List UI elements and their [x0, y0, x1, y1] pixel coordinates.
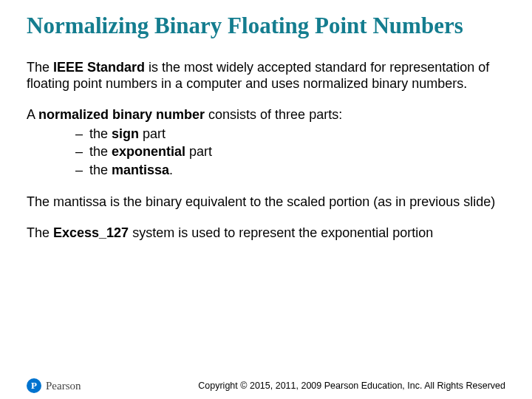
paragraph-parts-intro: A normalized binary number consists of t… — [27, 107, 505, 123]
text: The — [27, 60, 53, 75]
text: . — [169, 163, 173, 177]
slide-title: Normalizing Binary Floating Point Number… — [27, 13, 505, 39]
text: the — [89, 126, 112, 141]
term-mantissa: mantissa — [112, 163, 169, 177]
footer: P Pearson Copyright © 2015, 2011, 2009 P… — [27, 378, 505, 393]
bullet-dash-icon: – — [75, 143, 86, 161]
text: part — [139, 126, 166, 141]
list-item: – the exponential part — [75, 143, 505, 161]
parts-list: – the sign part – the exponential part –… — [75, 125, 505, 180]
term-normalized-binary-number: normalized binary number — [38, 107, 205, 122]
text: the — [89, 163, 112, 177]
bullet-dash-icon: – — [75, 161, 86, 180]
text: part — [185, 144, 212, 159]
term-exponential: exponential — [112, 144, 185, 159]
paragraph-excess-127: The Excess_127 system is used to represe… — [27, 225, 505, 242]
list-item: – the mantissa. — [75, 161, 505, 180]
slide: Normalizing Binary Floating Point Number… — [0, 0, 532, 399]
paragraph-ieee-standard: The IEEE Standard is the most widely acc… — [27, 60, 505, 92]
list-item: – the sign part — [75, 125, 505, 143]
term-sign: sign — [112, 126, 139, 141]
brand: P Pearson — [27, 378, 81, 393]
text: the — [89, 144, 112, 159]
term-ieee-standard: IEEE Standard — [53, 60, 145, 75]
brand-name: Pearson — [46, 380, 81, 392]
text: The — [27, 225, 53, 240]
text: system is used to represent the exponent… — [129, 225, 433, 240]
text: consists of three parts: — [205, 107, 342, 122]
bullet-dash-icon: – — [75, 125, 86, 143]
term-excess-127: Excess_127 — [53, 225, 129, 240]
copyright-text: Copyright © 2015, 2011, 2009 Pearson Edu… — [198, 381, 505, 391]
paragraph-mantissa: The mantissa is the binary equivalent to… — [27, 194, 505, 211]
text: A — [27, 107, 38, 122]
pearson-logo-icon: P — [27, 378, 41, 393]
